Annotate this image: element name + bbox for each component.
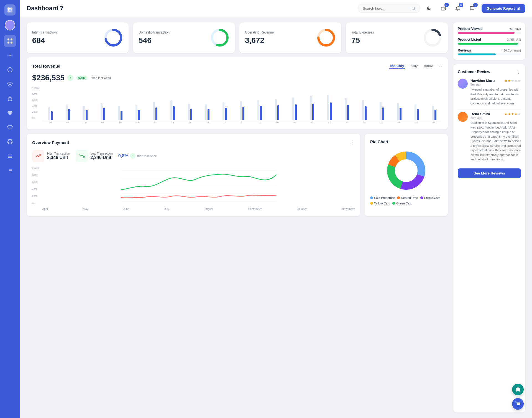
progress-fill-2 [458,43,518,45]
bar-group [42,107,59,120]
bar-blue [208,109,209,120]
sidebar-item-heart2[interactable] [4,121,16,134]
bell-badge: 12 [459,3,463,7]
search-box[interactable] [359,4,420,12]
metric-val-1: 561/days [508,27,521,30]
metric-val-3: 456 Comment [502,49,521,52]
donut-1 [104,28,123,47]
bar-blue [365,106,367,120]
sidebar-item-menu[interactable] [4,150,16,162]
bar-chart: 1000k 800k 600k 400k 200k 0k 06070809101… [32,87,442,124]
stat-label-2: Domestic transaction [139,30,170,34]
bar-group [426,106,442,120]
see-more-reviews-button[interactable]: See More Reviews [458,168,521,178]
metric-name-2: Product Listed [458,38,481,42]
stat-value-4: 75 [351,36,374,45]
pie-chart-card: Pie Chart [365,134,448,216]
overview-payment-card: Overview Payment ⋮ High Transaction [27,134,360,216]
bar-gray [275,99,277,120]
metric-val-2: 3,456 Unit [507,38,521,41]
sidebar-item-dashboard[interactable] [4,35,16,47]
sidebar-item-print[interactable] [4,136,16,148]
tab-monthly[interactable]: Monthly [389,63,405,69]
sidebar-item-settings[interactable] [4,49,16,61]
sidebar-logo[interactable] [4,4,16,16]
moon-icon [426,6,431,11]
fab-support[interactable] [512,384,524,395]
reviewer-time-1: 5m ago [470,83,495,86]
sidebar [0,0,20,418]
bar-group [94,103,111,120]
bar-blue [277,105,279,120]
bar-group [147,102,163,120]
bar-group [199,104,216,120]
revenue-amount: $236,535 [32,73,65,82]
svg-rect-6 [7,42,9,43]
generate-report-button[interactable]: Generate Report [482,4,525,13]
review-divider [458,109,521,110]
wallet-badge: 2 [444,3,449,7]
notification-button[interactable]: 12 [453,3,463,13]
chat-button[interactable]: 5 [467,3,477,13]
theme-toggle[interactable] [424,3,434,13]
bar-gray [415,104,416,120]
bar-group [252,100,268,120]
pie-chart-svg [384,148,428,193]
metric-product-listed: Product Listed 3,456 Unit [458,38,521,45]
user-avatar[interactable] [5,20,15,30]
search-input[interactable] [363,6,409,11]
svg-point-49 [520,406,520,406]
reviews-more-menu[interactable]: ⋮ [516,69,521,75]
bar-gray [257,100,259,120]
stars-1: ★★★★★ [504,79,521,83]
revenue-tabs: Monthly Daily Today ⋯ [389,63,442,69]
legend-yellow: Yellow Card [370,202,390,205]
right-panel: Product Viewed 561/days Product Listed 3… [453,22,525,412]
sidebar-item-heart[interactable] [4,107,16,119]
high-value: 2,346 Unit [47,155,70,160]
progress-bar-3 [458,53,521,55]
line-chart-svg [42,166,355,205]
wallet-button[interactable]: 2 [438,3,448,13]
cart-icon [515,401,521,407]
reviewer-time-2: 20m ago [470,116,490,119]
revenue-more-menu[interactable]: ⋯ [437,63,442,69]
bar-group [60,104,76,120]
sidebar-item-layers[interactable] [4,78,16,90]
svg-rect-2 [7,10,10,12]
progress-bar-1 [458,32,521,34]
overview-more-menu[interactable]: ⋮ [350,139,355,145]
revenue-pct: 0,8% [76,76,88,80]
svg-rect-4 [7,39,9,40]
sidebar-item-star[interactable] [4,93,16,105]
header-actions: 2 12 5 Generate Report [359,3,525,13]
bar-group [234,101,250,120]
fab-cart[interactable] [512,398,524,410]
stat-label-1: Inter. transaction [32,30,57,34]
metric-reviews: Reviews 456 Comment [458,48,521,55]
overview-pct: 0,8% [118,153,128,158]
bar-gray [101,103,103,120]
header: Dashboard 7 2 [20,0,532,17]
tab-today[interactable]: Today [422,63,434,69]
pie-title: Pie Chart [370,139,388,144]
bar-gray [292,98,294,120]
bar-chart-icon [516,6,520,10]
bar-gray [118,106,120,120]
bar-blue [434,110,436,120]
bar-blue [382,107,384,120]
content-area: Inter. transaction 684 Domestic transact… [20,17,532,418]
progress-fill-1 [458,32,515,34]
metric-product-viewed: Product Viewed 561/days [458,27,521,34]
metric-name-3: Reviews [458,48,471,52]
bar-gray [83,106,85,120]
tab-daily[interactable]: Daily [408,63,419,69]
legend-dot-purple [420,196,423,199]
sidebar-item-list[interactable] [4,165,16,177]
bar-group [408,104,425,120]
sidebar-item-info[interactable] [4,64,16,76]
bar-gray [205,104,207,120]
bar-blue [103,108,105,120]
reviewer-avatar-1 [458,79,468,89]
stat-card-inter-transaction: Inter. transaction 684 [27,22,129,53]
